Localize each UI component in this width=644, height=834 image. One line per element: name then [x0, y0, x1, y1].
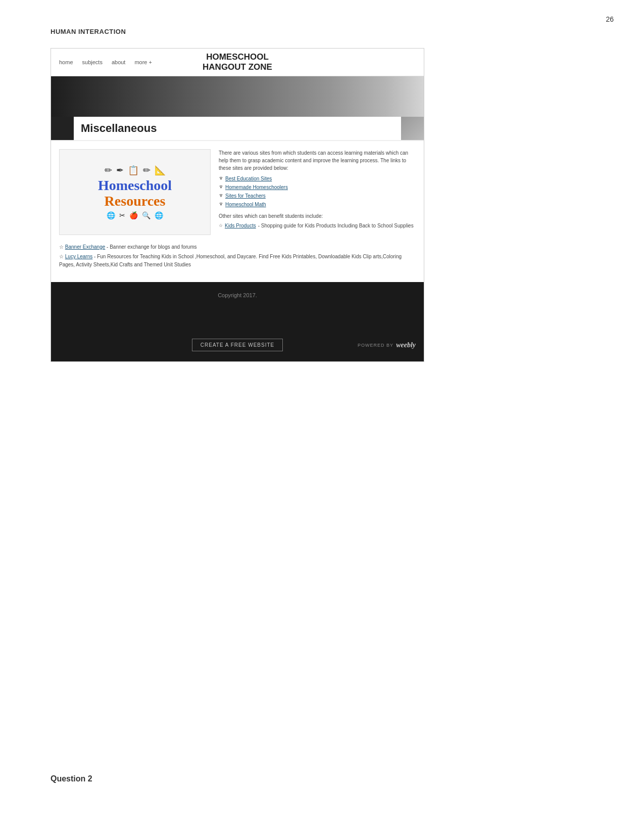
question-label: Question 2 [51, 774, 92, 783]
resource-title-blue: Homeschool [98, 178, 172, 194]
lucy-learns-line: ☆ Lucy Learns - Fun Resources for Teachi… [59, 253, 416, 269]
link-banner-exchange[interactable]: Banner Exchange [65, 244, 106, 250]
weebly-logo: weebly [396, 341, 416, 349]
link-best-education[interactable]: Best Education Sites [225, 175, 272, 182]
link-item-4: ⛛ Homeschool Math [219, 201, 416, 208]
link-item-3: ⛛ Sites for Teachers [219, 192, 416, 200]
website-screenshot: home subjects about more + HOMESCHOOL HA… [51, 48, 424, 362]
site-title-line1: HOMESCHOOL [203, 52, 272, 62]
site-title: HOMESCHOOL HANGOUT ZONE [203, 52, 272, 73]
intro-text: There are various sites from which stude… [219, 149, 416, 172]
header-left-decoration [51, 117, 74, 140]
resource-icons-bottom: 🌐 ✂ 🍎 🔍 🌐 [107, 211, 163, 219]
footer-copyright: Copyright 2017. [59, 292, 416, 298]
header-right-decoration [401, 117, 424, 140]
create-website-button[interactable]: CREATE A FREE WEBSITE [192, 339, 283, 351]
link-teachers[interactable]: Sites for Teachers [225, 192, 266, 200]
resource-image: ✏ ✒ 📋 ✏ 📐 Homeschool Resources 🌐 ✂ 🍎 🔍 🌐 [59, 149, 211, 235]
page-title: Miscellaneous [81, 122, 394, 135]
link-item-2: ⛛ Homemade Homeschoolers [219, 183, 416, 191]
link-icon-1: ⛛ [219, 175, 223, 182]
page-number: 26 [606, 15, 614, 23]
hero-banner [51, 76, 424, 117]
link-lucy-learns[interactable]: Lucy Learns [65, 254, 92, 259]
banner-exchange-line: ☆ Banner Exchange - Banner exchange for … [59, 243, 416, 251]
banner-suffix: - Banner exchange for blogs and forums [107, 244, 196, 250]
site-title-line2: HANGOUT ZONE [203, 62, 272, 72]
link-icon-4: ⛛ [219, 201, 223, 208]
kids-products-link-item: ☆ Kids Products - Shopping guide for Kid… [219, 222, 416, 229]
link-item-1: ⛛ Best Education Sites [219, 175, 416, 182]
link-icon-2: ⛛ [219, 184, 223, 191]
resource-title-orange: Resources [105, 194, 166, 209]
right-text-block: There are various sites from which stude… [219, 149, 416, 235]
lucy-icon: ☆ [59, 254, 64, 259]
nav-links: home subjects about more + [59, 59, 152, 65]
banner-icon: ☆ [59, 244, 64, 250]
footer-bottom-bar: CREATE A FREE WEBSITE POWERED BY weebly [59, 334, 416, 351]
nav-subjects[interactable]: subjects [82, 59, 103, 65]
main-content: ✏ ✒ 📋 ✏ 📐 Homeschool Resources 🌐 ✂ 🍎 🔍 🌐 [51, 141, 424, 277]
page-header-row: Miscellaneous [51, 117, 424, 141]
website-footer: Copyright 2017. CREATE A FREE WEBSITE PO… [51, 282, 424, 361]
powered-by-label: POWERED BY [358, 343, 393, 348]
nav-about[interactable]: about [112, 59, 126, 65]
question-section: Question 2 [51, 774, 92, 783]
link-homemade[interactable]: Homemade Homeschoolers [225, 183, 288, 191]
kids-products-suffix: - Shopping guide for Kids Products Inclu… [258, 222, 414, 229]
nav-more[interactable]: more + [134, 59, 152, 65]
link-icon-3: ⛛ [219, 193, 223, 200]
powered-by-section: POWERED BY weebly [283, 341, 416, 349]
link-math[interactable]: Homeschool Math [225, 201, 266, 208]
link-list: ⛛ Best Education Sites ⛛ Homemade Homesc… [219, 175, 416, 208]
nav-home[interactable]: home [59, 59, 73, 65]
nav-bar: home subjects about more + HOMESCHOOL HA… [51, 49, 424, 76]
other-sites-intro: Other sites which can benefit students i… [219, 212, 416, 220]
doc-header: HUMAN INTERACTION [51, 28, 126, 35]
bottom-links: ☆ Banner Exchange - Banner exchange for … [59, 243, 416, 269]
lucy-suffix: - Fun Resources for Teaching Kids in Sch… [59, 254, 402, 267]
link-kids-products[interactable]: Kids Products [225, 222, 256, 229]
resource-icons-top: ✏ ✒ 📋 ✏ 📐 [105, 165, 166, 176]
kids-link-icon: ☆ [219, 222, 223, 229]
content-row: ✏ ✒ 📋 ✏ 📐 Homeschool Resources 🌐 ✂ 🍎 🔍 🌐 [59, 149, 416, 235]
header-content: Miscellaneous [74, 117, 401, 140]
